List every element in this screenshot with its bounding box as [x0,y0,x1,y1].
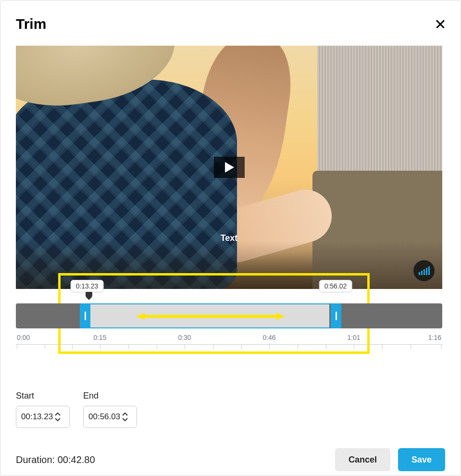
start-time-input-wrapper [16,406,70,428]
ruler-tick: 1:01 [347,334,360,341]
end-field-group: End [83,391,137,428]
video-preview: Text [16,46,442,289]
ruler-tick: 0:15 [93,334,106,341]
close-icon[interactable] [436,19,445,29]
save-button[interactable]: Save [398,448,445,471]
start-field-group: Start [16,391,70,428]
dialog-header: Trim [16,16,445,32]
trim-selection[interactable] [90,303,329,328]
start-time-input[interactable] [21,412,55,422]
trim-dialog: Trim Text 0:13.23 0:56.02 [0,0,461,476]
duration-value: 00:42.80 [58,454,95,465]
svg-marker-0 [225,162,234,173]
chevron-up-icon[interactable] [55,413,61,416]
trim-end-handle[interactable] [331,303,341,328]
end-steppers [122,413,128,421]
cancel-button[interactable]: Cancel [335,448,390,471]
ruler-tick: 1:16 [428,334,441,341]
chevron-down-icon[interactable] [55,417,61,421]
trim-start-handle[interactable] [80,303,90,328]
start-label: Start [16,391,70,401]
start-steppers [55,413,61,421]
play-icon [224,162,235,173]
trim-end-tooltip: 0:56.02 [319,280,352,292]
duration-display: Duration: 00:42.80 [16,454,95,465]
ruler-tick: 0:00 [17,334,30,341]
dialog-footer: Duration: 00:42.80 Cancel Save [16,448,445,471]
volume-bars-icon [419,272,420,275]
trim-start-tooltip: 0:13.23 [71,280,104,292]
volume-button[interactable] [413,260,435,281]
end-time-input[interactable] [88,412,122,422]
chevron-down-icon[interactable] [122,417,128,421]
end-label: End [83,391,137,401]
timeline: 0:13.23 0:56.02 0:00 0:15 0:30 0:46 1:01… [16,289,445,361]
dialog-title: Trim [16,16,46,32]
duration-label: Duration: [16,454,55,465]
end-time-input-wrapper [83,406,137,428]
play-button[interactable] [214,157,245,178]
ruler-tick: 0:46 [262,334,275,341]
chevron-up-icon[interactable] [122,413,128,416]
time-fields: Start End [16,391,445,428]
dialog-actions: Cancel Save [335,448,445,471]
ruler-tick: 0:30 [178,334,191,341]
video-text-overlay: Text [221,233,238,243]
playhead[interactable] [86,292,92,300]
